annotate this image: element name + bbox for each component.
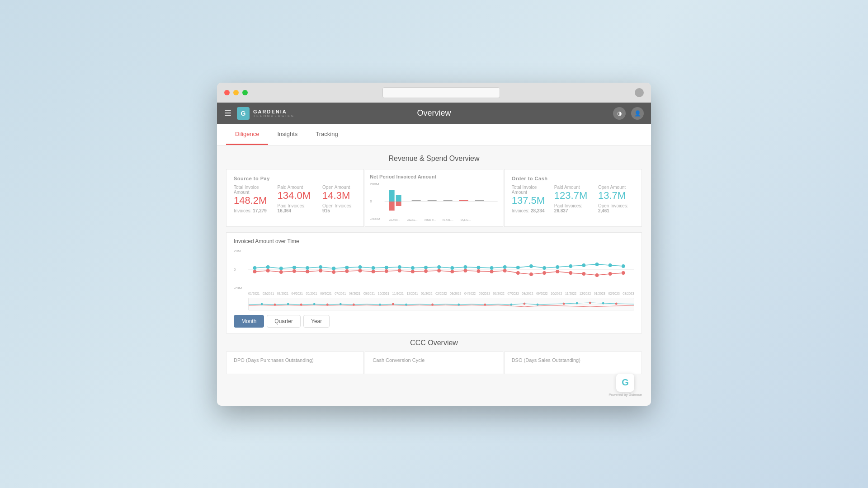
otc-open-invoices-sub: Open Invoices: 2,461	[598, 203, 634, 213]
ccc-card: Cash Conversion Cycle	[365, 352, 503, 374]
nav-tabs: Diligence Insights Tracking	[217, 124, 651, 145]
x-label: 03/2022	[450, 292, 461, 295]
tab-tracking[interactable]: Tracking	[307, 124, 347, 145]
tab-insights[interactable]: Insights	[268, 124, 307, 145]
x-label: 07/2022	[507, 292, 519, 295]
x-label: 02/2021	[263, 292, 274, 295]
x-axis-labels: 01/2021 02/2021 03/2021 04/2021 05/2021 …	[248, 292, 634, 295]
source-to-pay-metrics: Total Invoice Amount 148.2M Invoices: 17…	[234, 185, 356, 213]
x-label: 11/2022	[565, 292, 576, 295]
logo-sub: TECHNOLOGIES	[253, 114, 295, 117]
net-period-card: Net Period Invoiced Amount 200M 0 -200M	[365, 169, 503, 227]
quarter-button[interactable]: Quarter	[267, 315, 301, 328]
net-period-chart: 200M 0 -200M	[370, 181, 498, 222]
svg-point-87	[458, 303, 460, 305]
svg-point-96	[615, 302, 618, 305]
y-axis-labels: 200M 0 -200M	[370, 181, 384, 222]
x-label: 01/2022	[421, 292, 432, 295]
otc-metric-paid: Paid Amount 123.7M Paid Invoices: 26,837	[554, 185, 591, 213]
svg-text:ALASK...: ALASK...	[389, 219, 401, 221]
x-label: 04/2021	[292, 292, 303, 295]
dso-header: DSO (Days Sales Outstanding)	[512, 357, 634, 363]
browser-titlebar	[217, 83, 651, 103]
browser-dot-green[interactable]	[242, 90, 248, 95]
svg-point-82	[353, 303, 355, 305]
otc-invoices-sub: Invoices: 28,234	[512, 208, 547, 213]
user-menu-button[interactable]: 👤	[631, 107, 644, 120]
x-label: 02/2022	[435, 292, 447, 295]
ccc-cards-row: DPO (Days Purchases Outstanding) Cash Co…	[226, 352, 642, 374]
main-chart-plot	[248, 248, 634, 291]
menu-icon[interactable]: ☰	[224, 108, 231, 118]
svg-text:CIME C...: CIME C...	[425, 219, 436, 221]
otc-open-value: 13.7M	[598, 190, 634, 202]
mini-chart-svg	[249, 298, 634, 310]
cards-row: Source to Pay Total Invoice Amount 148.2…	[226, 169, 642, 227]
x-label: 08/2021	[349, 292, 360, 295]
main-content: Revenue & Spend Overview Source to Pay T…	[217, 145, 651, 406]
otc-total-label: Total Invoice Amount	[512, 185, 547, 195]
month-button[interactable]: Month	[234, 315, 264, 328]
source-to-pay-header: Source to Pay	[234, 176, 356, 181]
dpo-card: DPO (Days Purchases Outstanding)	[226, 352, 364, 374]
main-time-chart-svg	[248, 248, 634, 291]
total-invoice-value: 148.2M	[234, 195, 270, 206]
svg-point-81	[340, 303, 342, 305]
x-label: 05/2021	[306, 292, 317, 295]
svg-point-85	[405, 303, 407, 305]
source-to-pay-card: Source to Pay Total Invoice Amount 148.2…	[226, 169, 364, 227]
x-label: 01/2021	[248, 292, 259, 295]
order-to-cash-card: Order to Cash Total Invoice Amount 137.5…	[504, 169, 642, 227]
svg-rect-2	[396, 195, 401, 202]
open-value: 14.3M	[322, 190, 356, 202]
invoices-sub: Invoices: 17,279	[234, 208, 270, 213]
paid-invoices-sub: Paid Invoices: 16,364	[278, 203, 316, 213]
x-label: 10/2022	[551, 292, 562, 295]
browser-window: ☰ G GARDENIA TECHNOLOGIES Overview ◑ 👤 D…	[217, 83, 651, 406]
svg-point-92	[563, 302, 565, 305]
order-to-cash-header: Order to Cash	[512, 176, 634, 181]
svg-point-89	[510, 303, 512, 305]
watermark-logo: G	[616, 374, 634, 392]
svg-point-86	[431, 303, 434, 305]
time-chart-y-axis: 20M 0 -20M	[234, 248, 248, 291]
svg-point-94	[589, 301, 591, 304]
svg-text:MyLife...: MyLife...	[461, 219, 471, 221]
browser-dot-red[interactable]	[224, 90, 230, 95]
net-period-header: Net Period Invoiced Amount	[370, 174, 498, 179]
svg-point-91	[537, 303, 539, 305]
x-label: 08/2022	[522, 292, 533, 295]
x-label: 11/2021	[392, 292, 404, 295]
otc-paid-label: Paid Amount	[554, 185, 591, 190]
year-button[interactable]: Year	[303, 315, 330, 328]
invoiced-over-time-section: Invoiced Amount over Time 20M 0 -20M	[226, 232, 642, 333]
x-label: 06/2021	[320, 292, 331, 295]
invoiced-over-time-title: Invoiced Amount over Time	[234, 238, 634, 244]
bar-chart-svg: ALASK... Alaska... CIME C... FLASH... My…	[384, 181, 498, 222]
svg-point-79	[313, 303, 316, 305]
x-label: 10/2021	[378, 292, 389, 295]
ccc-title: CCC Overview	[226, 339, 642, 347]
browser-action-icon[interactable]	[635, 88, 644, 97]
x-label: 07/2021	[335, 292, 346, 295]
svg-rect-3	[389, 202, 395, 211]
x-label: 12/2021	[406, 292, 418, 295]
svg-point-84	[392, 303, 394, 305]
otc-total-value: 137.5M	[512, 195, 547, 206]
x-label: 06/2022	[493, 292, 505, 295]
x-label: 09/2021	[363, 292, 375, 295]
theme-toggle-button[interactable]: ◑	[613, 107, 626, 120]
browser-dot-yellow[interactable]	[233, 90, 239, 95]
url-input[interactable]	[382, 87, 500, 98]
svg-point-95	[602, 302, 604, 304]
mini-navigator-chart[interactable]	[248, 298, 634, 310]
svg-point-83	[379, 303, 381, 305]
x-label: 09/2022	[536, 292, 547, 295]
watermark-text: Powered by Gsience	[609, 393, 642, 397]
x-label: 04/2022	[464, 292, 476, 295]
paid-label: Paid Amount	[278, 185, 316, 190]
tab-diligence[interactable]: Diligence	[226, 124, 268, 145]
otc-open-label: Open Amount	[598, 185, 634, 190]
svg-point-90	[524, 302, 526, 305]
otc-paid-value: 123.7M	[554, 190, 591, 202]
